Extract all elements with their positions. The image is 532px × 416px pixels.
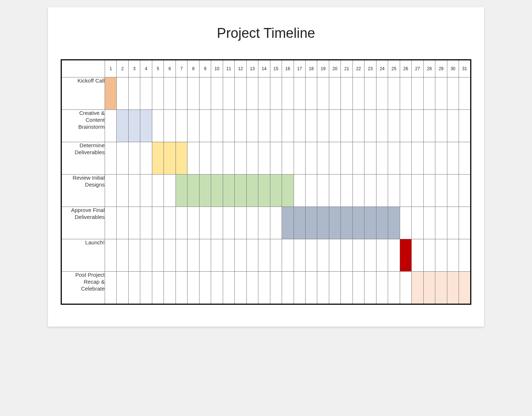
gantt-cell (341, 77, 352, 110)
task-label: Determine Deliverables (61, 142, 105, 175)
gantt-bar-cell (246, 175, 258, 207)
gantt-cell (176, 272, 187, 304)
gantt-cell (176, 110, 187, 142)
gantt-cell (282, 110, 294, 142)
day-header: 16 (282, 60, 294, 77)
gantt-cell (423, 142, 435, 175)
gantt-bar-cell (223, 175, 234, 207)
gantt-cell (235, 272, 246, 304)
gantt-cell (258, 110, 270, 142)
gantt-bar-cell (270, 175, 282, 207)
gantt-cell (211, 77, 223, 110)
gantt-cell (329, 77, 340, 110)
gantt-cell (423, 239, 435, 272)
gantt-cell (105, 142, 117, 175)
gantt-cell (459, 110, 471, 142)
gantt-bar-cell (117, 110, 128, 142)
day-header: 3 (128, 60, 140, 77)
gantt-cell (164, 175, 176, 207)
task-label: Kickoff Call (61, 77, 105, 110)
gantt-bar-cell (188, 175, 199, 207)
gantt-row: Review Initial Designs (61, 175, 471, 207)
task-label: Launch! (61, 239, 105, 272)
gantt-bar-cell (258, 175, 270, 207)
gantt-cell (435, 207, 447, 239)
day-header: 23 (364, 60, 376, 77)
gantt-cell (270, 110, 282, 142)
gantt-cell (305, 175, 317, 207)
gantt-cell (352, 77, 364, 110)
gantt-cell (140, 142, 152, 175)
gantt-cell (447, 207, 459, 239)
gantt-cell (128, 142, 140, 175)
gantt-cell (188, 272, 199, 304)
gantt-cell (223, 207, 234, 239)
gantt-cell (435, 175, 447, 207)
task-label: Creative & Content Brainstorm (61, 110, 105, 142)
gantt-cell (270, 77, 282, 110)
gantt-cell (352, 239, 364, 272)
gantt-cell (388, 239, 400, 272)
gantt-cell (412, 142, 423, 175)
gantt-cell (140, 239, 152, 272)
gantt-bar-cell (282, 207, 294, 239)
gantt-bar-cell (176, 175, 187, 207)
gantt-cell (140, 77, 152, 110)
gantt-cell (223, 239, 234, 272)
gantt-bar-cell (317, 207, 329, 239)
gantt-cell (400, 77, 411, 110)
gantt-cell (258, 142, 270, 175)
gantt-bar-cell (211, 175, 223, 207)
gantt-bar-cell (459, 272, 471, 304)
gantt-row: Post Project Recap & Celebrate (61, 272, 471, 304)
gantt-cell (246, 110, 258, 142)
gantt-cell (199, 239, 211, 272)
gantt-cell (105, 110, 117, 142)
gantt-cell (400, 175, 411, 207)
day-header: 31 (459, 60, 471, 77)
gantt-cell (176, 207, 187, 239)
gantt-cell (294, 110, 305, 142)
gantt-cell (105, 207, 117, 239)
gantt-cell (199, 142, 211, 175)
gantt-cell (128, 272, 140, 304)
gantt-cell (388, 175, 400, 207)
gantt-cell (211, 207, 223, 239)
gantt-cell (376, 142, 388, 175)
gantt-cell (282, 77, 294, 110)
gantt-cell (423, 175, 435, 207)
gantt-cell (364, 239, 376, 272)
day-header: 2 (117, 60, 128, 77)
gantt-cell (258, 272, 270, 304)
gantt-cell (152, 175, 164, 207)
gantt-cell (305, 142, 317, 175)
gantt-bar-cell (329, 207, 340, 239)
gantt-row: Determine Deliverables (61, 142, 471, 175)
gantt-cell (211, 110, 223, 142)
gantt-cell (223, 272, 234, 304)
gantt-chart: 1234567891011121314151617181920212223242… (61, 59, 471, 305)
gantt-cell (282, 272, 294, 304)
gantt-cell (294, 239, 305, 272)
gantt-cell (140, 175, 152, 207)
task-label: Review Initial Designs (61, 175, 105, 207)
gantt-cell (199, 77, 211, 110)
gantt-bar-cell (305, 207, 317, 239)
gantt-cell (188, 142, 199, 175)
gantt-cell (400, 110, 411, 142)
gantt-bar-cell (376, 207, 388, 239)
gantt-cell (223, 77, 234, 110)
gantt-cell (341, 175, 352, 207)
gantt-cell (176, 239, 187, 272)
gantt-cell (400, 272, 411, 304)
gantt-cell (258, 77, 270, 110)
gantt-cell (435, 142, 447, 175)
gantt-cell (329, 110, 340, 142)
gantt-cell (376, 272, 388, 304)
gantt-bar-cell (341, 207, 352, 239)
day-header: 13 (246, 60, 258, 77)
gantt-cell (388, 142, 400, 175)
gantt-cell (435, 77, 447, 110)
gantt-cell (376, 110, 388, 142)
gantt-cell (211, 142, 223, 175)
